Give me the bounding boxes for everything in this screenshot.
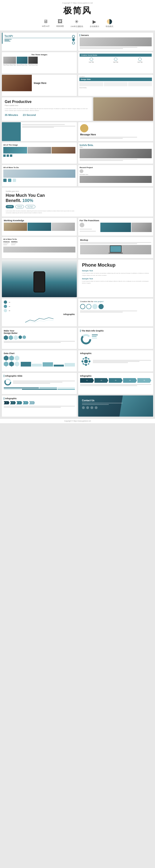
slide-phone-image <box>2 259 77 297</box>
img-3-wrap: Third Picture Here <box>28 57 38 66</box>
arrow-text-2: 02 <box>101 380 102 381</box>
image-here-content: Image Here <box>32 75 77 91</box>
icon-sq-1 <box>3 154 6 157</box>
svg-rect-2 <box>109 253 123 253</box>
hexagon-2 <box>9 335 13 340</box>
row-12: ●● ●● ●● Infographic <box>2 299 153 326</box>
col-title-1: Choices <box>3 241 10 243</box>
arrow-text-3: 03 <box>115 380 117 381</box>
techpr-circles <box>72 35 75 45</box>
slide-benefit: Subtitle goes here How Much You CanBenef… <box>2 188 153 217</box>
all-img-1 <box>3 147 27 154</box>
social-label-3: User Title <box>128 61 152 63</box>
mockup-laptop <box>80 245 151 254</box>
arrow-3: 03 <box>109 378 123 383</box>
social-icon-2 <box>114 58 117 61</box>
line-1 <box>4 39 11 39</box>
hex-6 <box>15 361 19 367</box>
contact-title: Contact Us <box>82 399 149 402</box>
header-features: 🖥 36页43片 🖼 精炼插图 ✳ 150种主题配色 ▶ 全动画展示 🌗 暗色模… <box>1 19 154 28</box>
line-chart-svg <box>4 316 75 323</box>
more-icon-3 <box>13 179 16 182</box>
slide-design-slide: Creative... Design Slide Social Activity <box>78 75 153 96</box>
activity-1 <box>79 82 103 86</box>
footer: Copyright © https://www.pptstore.net <box>0 418 155 423</box>
slide-franchise: For The Franchises <box>78 218 153 236</box>
svg-point-17 <box>88 363 89 365</box>
row-10: All of More To Do Choices Abilities <box>2 237 153 258</box>
slide-all-images: All of The Image <box>2 143 77 164</box>
slide-social-media: Creative Social Media User Title User Ti… <box>78 52 153 73</box>
circle-3 <box>72 41 75 44</box>
infographic-slide-bars <box>4 388 75 389</box>
bar-3 <box>43 362 53 367</box>
animation-icon: ▶ <box>93 19 96 25</box>
infographic-last-title: Infographic <box>4 397 75 400</box>
social-icon-3 <box>138 58 141 61</box>
phone-mockup-title: Phone Mockup <box>82 262 149 268</box>
row-9: Working Knowledge For The Franchises <box>2 218 153 236</box>
gear-visual <box>80 355 151 367</box>
arrow-text-4: 04 <box>129 380 131 381</box>
svg-point-15 <box>88 358 89 360</box>
benefit-body: Lorem ipsum dolor sit amet consectetur a… <box>6 210 149 214</box>
slide-left-teal-1 <box>2 122 77 141</box>
creative-line-2 <box>80 312 123 312</box>
header-title: 极简风 <box>1 5 154 17</box>
creative-circle-4 <box>99 304 104 309</box>
benefit-btn-3[interactable]: Zig Ziger <box>25 205 35 208</box>
activity-3 <box>128 82 152 86</box>
contact-content: Contact Us <box>80 397 151 411</box>
design-slide-header: Design Slide <box>79 78 152 81</box>
is-bar-3 <box>57 388 75 389</box>
is-bar-4 <box>4 389 21 390</box>
mockup-line-1 <box>80 242 151 243</box>
il-line-1 <box>4 406 75 406</box>
slide-techpr: TechPr <box>2 33 77 51</box>
svg-rect-1 <box>110 246 121 252</box>
slide-get-productive: Get Productive Place subtitle here Lorem… <box>2 97 92 121</box>
slide-infographic-slide: Infographic Slide <box>2 373 77 394</box>
sample-text-2: Sample Text Lorem ipsum dolor sit amet u… <box>82 278 149 284</box>
row-2: The Three Images First Picture Name Here… <box>2 52 153 73</box>
sample-label-2: Sample Text <box>82 278 149 280</box>
data-chart-bars <box>21 361 75 367</box>
three-img-row: First Picture Name Here Second Picture H… <box>3 57 75 66</box>
servers-title: Servers <box>80 34 152 36</box>
social-header: Creative Social Media <box>80 54 152 57</box>
img-1-wrap: First Picture Name Here <box>3 57 16 66</box>
icetv-brand-dot: tv <box>85 144 87 147</box>
more-col-2: Abilities <box>11 241 18 246</box>
productive-body: Lorem ipsum dolor sit amet consectetur a… <box>5 108 89 112</box>
chevron-text-2: 2 <box>13 402 14 403</box>
main-info-svg <box>80 333 99 345</box>
info-icon-3 <box>4 309 7 312</box>
creative-title-text: Creative title for new project <box>80 301 151 303</box>
feature-label-colors: 150种主题配色 <box>71 25 83 28</box>
bar-5 <box>64 363 75 367</box>
sample-text-1: Sample Text Lorem ipsum dolor sit amet c… <box>82 270 149 276</box>
feature-label-slides: 36页43片 <box>42 25 50 28</box>
chevron-list: 1 2 3 4 5 <box>4 401 75 404</box>
chevron-3: 3 <box>17 401 22 404</box>
slide-more-todo2: All of More To Do Choices Abilities <box>2 237 77 258</box>
chevron-2: 2 <box>10 401 16 404</box>
gear-svg <box>80 355 92 367</box>
phone-bg <box>2 259 77 297</box>
arrow-2: 02 <box>95 378 108 383</box>
recent-sub: Description here <box>80 174 152 175</box>
benefit-btn-1[interactable]: Default <box>6 205 14 208</box>
slides-icon: 🖥 <box>43 19 48 24</box>
benefit-btn-2[interactable]: Default <box>15 205 24 208</box>
img-box-1 <box>3 57 16 64</box>
arrow-text-5: 05 <box>144 380 145 381</box>
recent-avatar <box>80 169 83 173</box>
benefit-buttons: Default Default Zig Ziger <box>6 205 149 208</box>
arrow-infographic-title: Infographic <box>80 375 151 377</box>
img-caption-2: Second Picture Here <box>17 64 28 66</box>
icetv-line-2 <box>80 160 123 161</box>
design-better-line-1 <box>4 341 75 342</box>
i2-line-3 <box>93 362 128 363</box>
arrow-1: 01 <box>80 378 94 383</box>
bar-4 <box>54 365 64 367</box>
